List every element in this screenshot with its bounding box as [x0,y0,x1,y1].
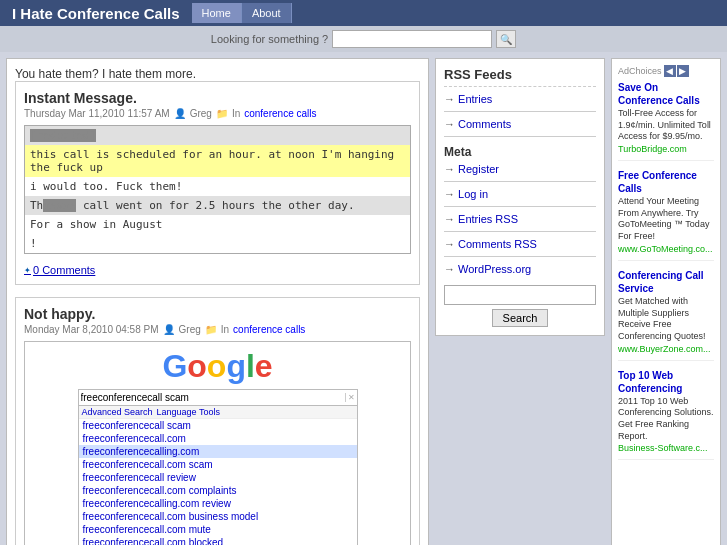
chat-box: [redacted] this call is scheduled for an… [24,125,411,254]
sidebar-search-button[interactable]: Search [492,309,549,327]
div1 [444,181,596,182]
google-search-input[interactable] [81,392,345,403]
post2-author: Greg [179,324,201,335]
sidebar-search: Search [444,285,596,327]
result-3[interactable]: freeconferencecall.com scam [79,458,357,471]
post1-date: Thursday Mar 11,2010 11:57 AM [24,108,170,119]
search-button[interactable]: 🔍 [496,30,516,48]
redacted-1: [redacted] [30,129,96,142]
post-not-happy: Not happy. Monday Mar 8,2010 04:58 PM 👤 … [15,297,420,545]
post2-meta: Monday Mar 8,2010 04:58 PM 👤 Greg 📁 In c… [24,324,411,335]
result-0[interactable]: freeconferencecall scam [79,419,357,432]
search-label: Looking for something ? [211,33,328,45]
ad4-text: 2011 Top 10 Web Conferencing Solutions. … [618,396,714,443]
google-results: freeconferencecall scam freeconferenceca… [79,419,357,545]
google-screenshot: Google ✕ Advanced Search Language Tools … [24,341,411,545]
div3 [444,231,596,232]
ad2-url: www.GoToMeeting.co... [618,244,714,254]
meta-login[interactable]: Log in [444,188,596,200]
rss-divider2 [444,136,596,137]
post1-category[interactable]: conference calls [244,108,316,119]
ad1-text: Toll-Free Access for 1.9¢/min. Unlimited… [618,108,714,143]
header: I Hate Conference Calls Home About [0,0,727,26]
g-green-1: l [246,348,255,384]
post2-category-prefix: In [221,324,229,335]
result-1[interactable]: freeconferencecall.com [79,432,357,445]
main-content: You hate them? I hate them more. Instant… [6,58,429,545]
post1-author: Greg [190,108,212,119]
folder-icon-2: 📁 [205,324,217,335]
ad-block-4: Top 10 Web Conferencing 2011 Top 10 Web … [618,369,714,461]
user-icon: 👤 [174,108,186,119]
ad-next[interactable]: ▶ [677,65,689,77]
ad4-url: Business-Software.c... [618,443,714,453]
chat-row-4: Thxxxxx call went on for 2.5 hours the o… [25,196,410,215]
rss-comments-link[interactable]: Comments [444,118,596,130]
meta-wordpress[interactable]: WordPress.org [444,263,596,275]
ad-nav: ◀ ▶ [664,65,689,77]
result-5[interactable]: freeconferencecall.com complaints [79,484,357,497]
ad2-title[interactable]: Free Conference Calls [618,169,714,195]
post1-category-prefix: In [232,108,240,119]
g-red-2: e [255,348,273,384]
rss-divider [444,111,596,112]
meta-title: Meta [444,145,596,159]
chat-row-5: For a show in August [25,215,410,234]
folder-icon: 📁 [216,108,228,119]
div4 [444,256,596,257]
result-7[interactable]: freeconferencecall.com business model [79,510,357,523]
g-blue-2: g [226,348,246,384]
ad3-text: Get Matched with Multiple Suppliers Rece… [618,296,714,343]
meta-comments-rss[interactable]: Comments RSS [444,238,596,250]
post2-title: Not happy. [24,306,411,322]
sidebar-search-input[interactable] [444,285,596,305]
ad2-text: Attend Your Meeting From Anywhere. Try G… [618,196,714,243]
chat-row-2: this call is scheduled for an hour. at n… [25,145,410,177]
search-bar: Looking for something ? 🔍 [0,26,727,52]
chat-row-6: ! [25,234,410,253]
post2-date: Monday Mar 8,2010 04:58 PM [24,324,159,335]
ad-block-1: Save On Conference Calls Toll-Free Acces… [618,81,714,161]
result-2[interactable]: freeconferencecalling.com [79,445,357,458]
meta-register[interactable]: Register [444,163,596,175]
nav-about[interactable]: About [242,3,292,23]
ad1-url: TurboBridge.com [618,144,714,154]
ad-block-3: Conferencing Call Service Get Matched wi… [618,269,714,361]
result-6[interactable]: freeconferencecalling.com review [79,497,357,510]
g-blue-1: G [162,348,187,384]
ad4-title[interactable]: Top 10 Web Conferencing [618,369,714,395]
ad3-url: www.BuyerZone.com... [618,344,714,354]
div2 [444,206,596,207]
meta-entries-rss[interactable]: Entries RSS [444,213,596,225]
ad-choices: AdChoices ◀ ▶ [618,65,714,77]
redacted-2: xxxxx [43,199,76,212]
site-title: I Hate Conference Calls [0,5,192,22]
rss-feeds-box: RSS Feeds Entries Comments Meta Register… [435,58,605,336]
chat-row-3: i would too. Fuck them! [25,177,410,196]
google-logo: Google [31,348,404,385]
post2-category[interactable]: conference calls [233,324,305,335]
result-4[interactable]: freeconferencecall review [79,471,357,484]
ad1-title[interactable]: Save On Conference Calls [618,81,714,107]
user-icon-2: 👤 [163,324,175,335]
result-8[interactable]: freeconferencecall.com mute [79,523,357,536]
rss-entries-link[interactable]: Entries [444,93,596,105]
google-search-links: Advanced Search Language Tools [79,406,357,419]
rss-title: RSS Feeds [444,67,596,87]
result-9[interactable]: freeconferencecall.com blocked [79,536,357,545]
search-input[interactable] [332,30,492,48]
post1-meta: Thursday Mar 11,2010 11:57 AM 👤 Greg 📁 I… [24,108,411,119]
post1-comments[interactable]: 0 Comments [24,264,95,276]
sidebar-middle: RSS Feeds Entries Comments Meta Register… [435,58,605,545]
ad3-title[interactable]: Conferencing Call Service [618,269,714,295]
layout: You hate them? I hate them more. Instant… [0,52,727,545]
advanced-search-link[interactable]: Advanced Search [82,407,153,417]
post-instant-message: Instant Message. Thursday Mar 11,2010 11… [15,81,420,285]
search-clear: ✕ [345,393,355,402]
ad-prev[interactable]: ◀ [664,65,676,77]
language-tools-link[interactable]: Language Tools [157,407,220,417]
meta-section: Meta Register Log in Entries RSS Comment… [444,145,596,275]
sidebar-ads: AdChoices ◀ ▶ Save On Conference Calls T… [611,58,721,545]
g-red-1: o [187,348,207,384]
nav-home[interactable]: Home [192,3,242,23]
